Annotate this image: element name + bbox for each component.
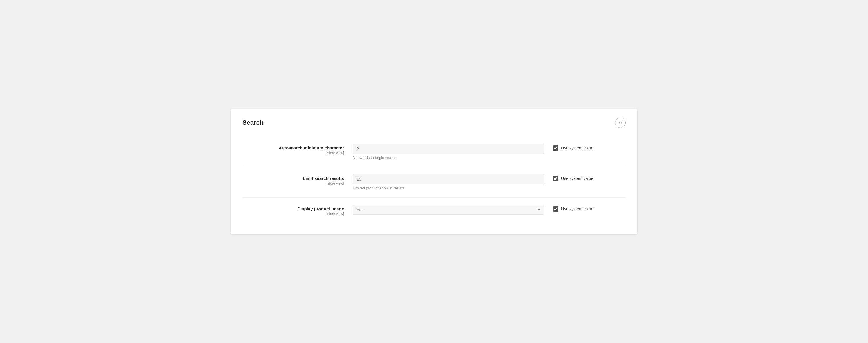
display-product-image-control: Yes No ▼ (353, 205, 544, 215)
limit-search-label-group: Limit search results [store view] (242, 174, 353, 185)
display-product-image-label: Display product image (242, 206, 344, 211)
limit-search-system-value-group: Use system value (544, 174, 626, 181)
form-rows: Autosearch minimum character [store view… (242, 137, 626, 223)
limit-search-label: Limit search results (242, 176, 344, 181)
display-product-image-label-group: Display product image [store view] (242, 205, 353, 216)
limit-search-system-value-checkbox[interactable] (553, 176, 558, 181)
limit-search-system-value-label: Use system value (561, 176, 593, 181)
limit-search-row: Limit search results [store view] Limite… (242, 167, 626, 197)
search-settings-card: Search Autosearch minimum character [sto… (231, 109, 637, 235)
autosearch-system-value-label: Use system value (561, 146, 593, 150)
display-product-image-select-wrapper: Yes No ▼ (353, 205, 544, 215)
card-title: Search (242, 119, 264, 127)
autosearch-hint: No. words to begin search (353, 156, 544, 160)
display-product-image-row: Display product image [store view] Yes N… (242, 197, 626, 223)
display-product-image-scope: [store view] (242, 212, 344, 216)
collapse-button[interactable] (615, 118, 626, 128)
autosearch-label-group: Autosearch minimum character [store view… (242, 144, 353, 155)
autosearch-control: No. words to begin search (353, 144, 544, 160)
display-product-image-system-value-checkbox[interactable] (553, 206, 558, 212)
limit-search-input[interactable] (353, 174, 544, 184)
display-product-image-system-value-group: Use system value (544, 205, 626, 212)
autosearch-input[interactable] (353, 144, 544, 154)
chevron-up-icon (618, 121, 622, 125)
limit-search-scope: [store view] (242, 181, 344, 185)
limit-search-control: Limited product show in results (353, 174, 544, 190)
display-product-image-select[interactable]: Yes No (353, 205, 544, 215)
limit-search-hint: Limited product show in results (353, 186, 544, 190)
autosearch-scope: [store view] (242, 151, 344, 155)
autosearch-label: Autosearch minimum character (242, 145, 344, 150)
card-header: Search (242, 118, 626, 128)
display-product-image-system-value-label: Use system value (561, 207, 593, 211)
autosearch-system-value-checkbox[interactable] (553, 145, 558, 151)
autosearch-system-value-group: Use system value (544, 144, 626, 151)
autosearch-row: Autosearch minimum character [store view… (242, 137, 626, 167)
